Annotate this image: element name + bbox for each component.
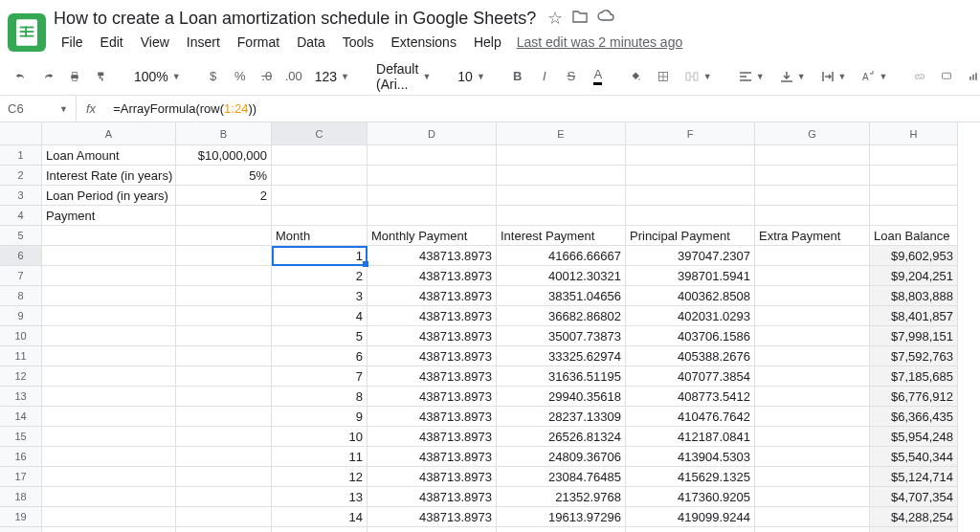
cell[interactable]: 410476.7642 [626, 407, 755, 427]
cell[interactable] [368, 206, 497, 226]
cell[interactable]: 398701.5941 [626, 266, 755, 286]
cell[interactable]: Interest Rate (in years) [42, 166, 176, 186]
cell[interactable] [755, 407, 870, 427]
row-header[interactable]: 13 [0, 387, 42, 407]
cell[interactable] [755, 246, 870, 266]
cell[interactable] [368, 186, 497, 206]
cell[interactable] [755, 487, 870, 507]
row-header[interactable]: 8 [0, 286, 42, 306]
wrap-button[interactable]: ▼ [815, 68, 853, 85]
italic-button[interactable]: I [533, 64, 556, 89]
cell[interactable] [755, 166, 870, 186]
cell[interactable] [626, 145, 755, 166]
cell[interactable]: 412187.0841 [626, 427, 755, 447]
cell[interactable]: $6,776,912 [870, 387, 958, 407]
cell[interactable]: $10,000,000 [176, 145, 272, 166]
row-header[interactable]: 12 [0, 366, 42, 387]
cell[interactable]: Loan Amount [42, 145, 176, 166]
cell[interactable] [176, 306, 272, 326]
cell[interactable] [176, 507, 272, 527]
cell[interactable] [42, 346, 176, 366]
col-header-D[interactable]: D [368, 122, 497, 145]
col-header-B[interactable]: B [176, 122, 272, 145]
cell[interactable] [176, 366, 272, 387]
last-edit-link[interactable]: Last edit was 2 minutes ago [517, 34, 683, 50]
name-box[interactable]: C6▼ [0, 96, 77, 122]
cell[interactable] [42, 387, 176, 407]
cell[interactable]: 415629.1325 [626, 467, 755, 487]
menu-help[interactable]: Help [466, 31, 509, 54]
cell[interactable]: 28237.13309 [497, 407, 626, 427]
cell[interactable]: 438713.8973 [368, 427, 497, 447]
cell[interactable] [176, 467, 272, 487]
cell[interactable]: $7,592,763 [870, 346, 958, 366]
strike-button[interactable]: S [560, 64, 583, 89]
cell[interactable]: 438713.8973 [368, 467, 497, 487]
paint-format-button[interactable] [90, 64, 113, 89]
cell[interactable]: 13 [272, 487, 368, 507]
star-icon[interactable]: ☆ [547, 8, 563, 29]
cell[interactable]: Extra Payment [755, 226, 870, 246]
cell[interactable] [42, 467, 176, 487]
cell[interactable] [755, 366, 870, 387]
row-header[interactable]: 20 [0, 527, 42, 532]
cell[interactable]: 438713.8973 [368, 527, 497, 532]
more-formats-select[interactable]: 123▼ [309, 67, 355, 86]
cell[interactable] [497, 166, 626, 186]
cell[interactable] [755, 507, 870, 527]
menu-view[interactable]: View [133, 31, 177, 54]
cell[interactable] [626, 186, 755, 206]
cell[interactable]: 4 [272, 306, 368, 326]
col-header-A[interactable]: A [42, 122, 176, 145]
row-header[interactable]: 19 [0, 507, 42, 527]
cell[interactable] [755, 145, 870, 166]
cell[interactable]: 438713.8973 [368, 306, 497, 326]
cell[interactable] [870, 166, 958, 186]
cell[interactable] [176, 447, 272, 467]
cell[interactable]: 31636.51195 [497, 366, 626, 387]
cell[interactable] [42, 226, 176, 246]
row-header[interactable]: 15 [0, 427, 42, 447]
text-color-button[interactable]: A [587, 64, 610, 89]
cell[interactable] [42, 407, 176, 427]
row-header[interactable]: 11 [0, 346, 42, 366]
cell[interactable]: $4,707,354 [870, 487, 958, 507]
cell[interactable]: 400362.8508 [626, 286, 755, 306]
cell[interactable]: 35007.73873 [497, 326, 626, 346]
cell[interactable] [755, 387, 870, 407]
currency-button[interactable]: $ [202, 64, 225, 89]
row-header[interactable]: 2 [0, 166, 42, 186]
cell[interactable]: 8 [272, 387, 368, 407]
merge-button[interactable]: ▼ [679, 67, 718, 86]
cell[interactable] [42, 527, 176, 532]
cell[interactable] [870, 206, 958, 226]
row-header[interactable]: 16 [0, 447, 42, 467]
cell[interactable] [176, 266, 272, 286]
move-icon[interactable] [572, 8, 588, 29]
doc-title[interactable]: How to create a Loan amortization schedu… [54, 9, 536, 29]
cell[interactable] [755, 427, 870, 447]
cell[interactable] [42, 266, 176, 286]
cell[interactable] [870, 186, 958, 206]
cell[interactable]: 41666.66667 [497, 246, 626, 266]
cell[interactable]: 438713.8973 [368, 326, 497, 346]
cell[interactable]: $4,288,254 [870, 507, 958, 527]
v-align-button[interactable]: ▼ [774, 68, 812, 85]
cell[interactable]: 14 [272, 507, 368, 527]
cell[interactable] [755, 447, 870, 467]
cell[interactable] [755, 527, 870, 532]
cell[interactable] [272, 206, 368, 226]
cell[interactable] [176, 407, 272, 427]
cell[interactable] [42, 447, 176, 467]
cell[interactable] [176, 427, 272, 447]
cell[interactable] [755, 346, 870, 366]
cell[interactable] [368, 145, 497, 166]
cell[interactable]: 420846.1741 [626, 527, 755, 532]
formula-input[interactable]: =ArrayFormula(row(1:24)) [105, 101, 980, 116]
cell[interactable]: Monthly Payment [368, 226, 497, 246]
cell[interactable]: 24809.36706 [497, 447, 626, 467]
cell[interactable] [755, 467, 870, 487]
zoom-select[interactable]: 100%▼ [128, 67, 187, 86]
cell[interactable]: $8,803,888 [870, 286, 958, 306]
cell[interactable] [272, 186, 368, 206]
